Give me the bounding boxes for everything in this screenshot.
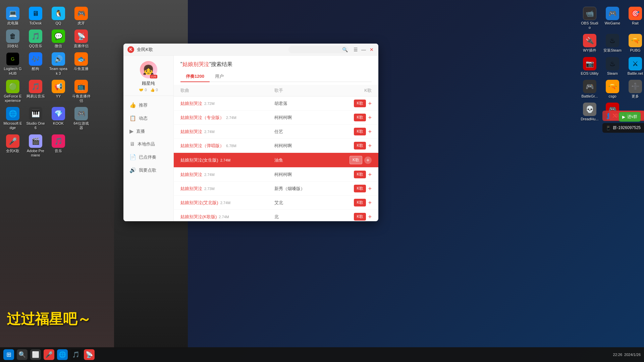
add-btn-6[interactable]: +	[368, 172, 372, 178]
icon-battlenet[interactable]: ⚔ Battle.net	[626, 57, 644, 76]
icon-steam-install[interactable]: ♨ 安装Steam	[603, 34, 622, 53]
nav-want[interactable]: 🔊 我要点歌	[123, 164, 173, 177]
song-row-3[interactable]: 姑娘别哭泣 2.74M 任艺 K歌 +	[174, 125, 378, 139]
taskbar-task[interactable]: ⬜	[30, 349, 41, 360]
nav-items: 👍 推荐 📋 动态 ▶ 直播 🖥 本地作品	[123, 96, 173, 221]
song-row-9[interactable]: 姑娘别哭泣(K歌版) 2.74M 北 K歌 +	[174, 210, 378, 221]
singer-info-3: 任艺	[274, 128, 345, 135]
nav-local[interactable]: 🖥 本地作品	[123, 138, 173, 150]
icon-toDesk[interactable]: 🖥 ToDesk	[26, 7, 45, 25]
k-btn-1[interactable]: K歌	[354, 100, 366, 107]
add-btn-7[interactable]: +	[368, 186, 372, 192]
song-row-8[interactable]: 姑娘别哭泣(艾北版) 2.74M 艾北 K歌 +	[174, 196, 378, 210]
icon-kugou[interactable]: 🎶 酷狗	[26, 52, 45, 75]
nav-live-label: 直播	[136, 128, 145, 134]
menu-button[interactable]: ☰	[353, 47, 358, 52]
song-info-9: 姑娘别哭泣(K歌版) 2.74M	[180, 214, 274, 220]
k-btn-3[interactable]: K歌	[354, 128, 366, 135]
icon-live-partner[interactable]: 📡 直播伴侣	[72, 29, 91, 48]
nav-recommend-label: 推荐	[139, 102, 148, 108]
icon-rait[interactable]: 🎯 Rait	[626, 7, 644, 30]
icon-wechat[interactable]: 💬 微信	[49, 29, 68, 48]
icon-recycle[interactable]: 🗑 回收站	[3, 29, 22, 48]
nav-ordered[interactable]: 📄 已点伴奏	[123, 150, 173, 164]
taskbar-search[interactable]: 🔍	[17, 349, 28, 360]
chat-overlay-phone[interactable]: 📱 群-1926097525	[602, 123, 644, 133]
add-btn-2[interactable]: +	[368, 115, 372, 121]
k-btn-4[interactable]: K歌	[354, 142, 366, 149]
ktv-window: K 全民K歌 🔍 ☰ — ✕ 👧 LUS	[123, 44, 378, 221]
icon-quanmink[interactable]: 🎤 全民K歌	[3, 134, 22, 158]
song-row-7[interactable]: 姑娘别哭泣 2.73M 新秀（烟嗓版） K歌 +	[174, 182, 378, 196]
nav-live[interactable]: ▶ 直播	[123, 125, 173, 138]
add-btn-3[interactable]: +	[368, 129, 372, 135]
add-btn-1[interactable]: +	[368, 101, 372, 107]
k-btn-2[interactable]: K歌	[354, 114, 366, 121]
icon-qq[interactable]: 🐧 QQ	[49, 7, 68, 25]
song-row-1[interactable]: 姑娘别哭泣 2.72M 胡君落 K歌 +	[174, 97, 378, 111]
icon-yy[interactable]: 📢 YY	[49, 80, 68, 103]
icon-wangyiyun[interactable]: 🎵 网易云音乐	[26, 80, 45, 103]
add-btn-8[interactable]: +	[368, 200, 372, 206]
icon-adobe[interactable]: 🎬 Adobe Premiere	[26, 134, 45, 158]
icon-wyplugin[interactable]: 🔌 WY插件	[580, 34, 599, 53]
chat-overlay-2[interactable]: ▶ 进v群	[619, 112, 641, 122]
k-btn-5[interactable]: K歌	[350, 156, 362, 164]
song-row-2[interactable]: 姑娘别哭泣（专业版） 2.74M 柯柯柯啊 K歌 +	[174, 111, 378, 125]
k-btn-7[interactable]: K歌	[354, 185, 366, 192]
icon-kook[interactable]: 💎 KOOK	[49, 107, 68, 130]
search-icon[interactable]: 🔍	[342, 47, 348, 52]
k-btn-6[interactable]: K歌	[354, 171, 366, 178]
search-input[interactable]	[292, 47, 342, 52]
icon-msedge[interactable]: 🌐 Microsoft Edge	[3, 107, 22, 130]
icon-qqmusic[interactable]: 🎵 QQ音乐	[26, 29, 45, 48]
user-avatar[interactable]: 👧 LUS	[140, 61, 157, 78]
taskbar-browser[interactable]: 🌐	[57, 349, 68, 360]
icon-pubg[interactable]: 🔫 PUBG	[626, 34, 644, 53]
icon-eos[interactable]: 📷 EOS Utility	[580, 57, 599, 76]
icon-ci-pc[interactable]: 💻 此电脑	[3, 7, 22, 25]
icon-64bit[interactable]: 🎮 64位游戏器	[72, 107, 91, 130]
taskbar-ktv[interactable]: 🎤	[44, 349, 54, 360]
icon-huya[interactable]: 🎮 虎牙	[72, 7, 91, 25]
icon-steam[interactable]: ♨ Steam	[603, 57, 622, 76]
chat-phone: 群-1926097525	[613, 125, 641, 131]
k-btn-8[interactable]: K歌	[354, 199, 366, 206]
add-btn-5[interactable]: +	[364, 157, 372, 164]
icon-dreadhu[interactable]: 💀 DreadHu...	[580, 103, 599, 121]
nav-dynamic-label: 动态	[139, 115, 148, 121]
icon-geforce[interactable]: 🟢 GeForce Experience	[3, 80, 22, 103]
taskbar-tiktok[interactable]: 🎵	[70, 349, 81, 360]
song-size-6: 2.74M	[204, 173, 215, 177]
nav-recommend[interactable]: 👍 推荐	[123, 99, 173, 112]
icon-logitech[interactable]: G Logitech G HUB	[3, 52, 22, 75]
tab-users[interactable]: 用户	[210, 71, 229, 81]
icon-csgo[interactable]: 🔫 csgo	[603, 80, 622, 99]
icon-teamspeak[interactable]: 🔊 Team speak 3	[49, 52, 68, 75]
tab-accompaniment[interactable]: 伴奏1200	[180, 71, 210, 81]
k-btn-9[interactable]: K歌	[354, 213, 366, 221]
song-row-6[interactable]: 姑娘别哭泣 2.74M 柯柯柯啊 K歌 +	[174, 168, 378, 182]
icon-douyu[interactable]: 🐟 斗鱼直播	[72, 52, 91, 75]
icon-music[interactable]: 🎵 音乐	[49, 134, 68, 158]
icon-studioone[interactable]: 🎹 Studio One 6	[26, 107, 45, 130]
taskbar-live[interactable]: 📡	[84, 349, 95, 360]
minimize-button[interactable]: —	[361, 47, 366, 52]
add-btn-4[interactable]: +	[368, 143, 372, 149]
icon-wegame[interactable]: 🎮 WeGame	[603, 7, 622, 30]
icon-obs[interactable]: 📹 OBS Studio	[580, 7, 599, 30]
ktv-sidebar: 👧 LUS 顾星纯 🤝 0 👍 0 👍 推荐 📋	[123, 56, 174, 221]
add-btn-9[interactable]: +	[368, 214, 372, 220]
song-size-7: 2.73M	[204, 187, 215, 191]
song-row-4[interactable]: 姑娘别哭泣（弹唱版） 6.78M 柯柯柯啊 K歌 +	[174, 139, 378, 153]
icon-btgame[interactable]: 🎮 BattleGr...	[580, 80, 599, 99]
close-button[interactable]: ✕	[369, 47, 374, 52]
taskbar-start[interactable]: ⊞	[3, 349, 14, 360]
icon-douyu2[interactable]: 📺 斗鱼直播伴侣	[72, 80, 91, 103]
taskbar-right: 22:26 2024/1/26	[613, 353, 641, 357]
search-bar[interactable]: 🔍	[288, 46, 349, 53]
song-row-5[interactable]: 姑娘别哭泣(女生版) 2.74M 油鱼 K歌 +	[174, 153, 378, 168]
icon-more[interactable]: ➕ 更多	[626, 80, 644, 99]
song-size-4: 6.78M	[226, 144, 236, 148]
nav-dynamic[interactable]: 📋 动态	[123, 112, 173, 125]
